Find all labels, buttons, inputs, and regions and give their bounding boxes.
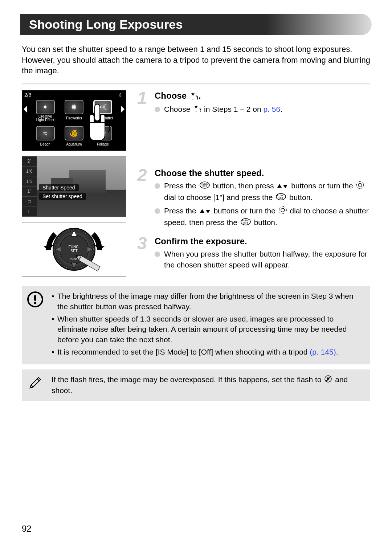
step-bullet-list: Press the FUNC.SET button, then press bu… (155, 180, 370, 229)
intro-paragraph: You can set the shutter speed to a range… (22, 44, 370, 76)
svg-rect-42 (37, 377, 41, 381)
step-content: Choose ★.Choose ★ in Steps 1 – 2 on p. 5… (155, 91, 370, 117)
star-moon-icon: ★ (190, 91, 198, 102)
svg-marker-30 (200, 209, 204, 213)
step-heading: Confirm the exposure. (155, 236, 370, 246)
step-heading: Choose ★. (155, 91, 370, 102)
svg-text:SET: SET (202, 185, 207, 188)
mode-tile-label: Beach (40, 140, 50, 148)
svg-marker-14 (94, 245, 105, 250)
dial-icon (278, 206, 287, 217)
tip-box: If the flash fires, the image may be ove… (22, 369, 370, 401)
svg-marker-13 (44, 245, 54, 250)
shutter-sidebar-item: 2" (22, 156, 37, 167)
svg-point-32 (279, 207, 286, 214)
svg-point-25 (356, 181, 364, 189)
page-link[interactable]: (p. 145) (310, 348, 336, 356)
step-content: Choose the shutter speed.Press the FUNC.… (155, 168, 370, 231)
svg-text:SET: SET (278, 197, 283, 199)
star-moon-icon: ★ (193, 104, 201, 115)
svg-text:FUNC.: FUNC. (201, 183, 208, 185)
page-number: 92 (22, 524, 32, 534)
page-link[interactable]: p. 56 (264, 105, 281, 113)
step-bullet: Choose ★ in Steps 1 – 2 on p. 56. (155, 104, 370, 115)
mode-tile-glyph: 🐠 (65, 126, 83, 140)
section-title-bar: Shooting Long Exposures (20, 14, 372, 35)
func-set-icon: FUNC.SET (199, 181, 210, 192)
divider (22, 83, 370, 85)
caution-list: The brightness of the image may differ f… (52, 291, 364, 357)
dial-icon (356, 181, 364, 192)
left-arrow-icon (24, 106, 27, 113)
svg-point-26 (358, 183, 362, 187)
mode-tile-glyph: ✦☾ (93, 100, 112, 114)
svg-point-39 (34, 302, 36, 304)
mode-tile-glyph: ❀ (93, 126, 112, 140)
shutter-sidebar-item: 1"6 (22, 167, 37, 177)
body-columns: 2/3 ☾ ✦Creative Light Effect✺Fireworks✦☾… (22, 90, 370, 278)
step: 3Confirm the exposure.When you press the… (137, 236, 370, 272)
mode-tile-glyph: ≈ (36, 126, 55, 140)
svg-marker-31 (206, 210, 210, 213)
camera-lcd-mode-menu: 2/3 ☾ ✦Creative Light Effect✺Fireworks✦☾… (22, 90, 126, 151)
dial-icon: FUNC. SET DISP. (38, 224, 110, 275)
svg-marker-23 (277, 184, 282, 188)
shutter-value-sidebar: 2"1"61"31"□L (22, 156, 37, 217)
mode-tile: ✦Creative Light Effect (32, 98, 59, 122)
step-number: 3 (137, 236, 151, 272)
caution-item: It is recommended to set the [IS Mode] t… (52, 347, 364, 357)
mode-tile-label: Fireworks (66, 114, 82, 122)
svg-text:DISP.: DISP. (70, 258, 78, 261)
control-dial-illustration: FUNC. SET DISP. (22, 222, 126, 277)
mode-tile-grid: ✦Creative Light Effect✺Fireworks✦☾Long S… (32, 98, 117, 148)
step-bullet: Press the buttons or turn the dial to ch… (155, 205, 370, 228)
steps-column: 1Choose ★.Choose ★ in Steps 1 – 2 on p. … (137, 90, 370, 278)
shutter-sidebar-item: □ (22, 197, 37, 207)
step-bullet-list: Choose ★ in Steps 1 – 2 on p. 56. (155, 104, 370, 115)
mode-tile-label: Foliage (97, 140, 109, 148)
step: 1Choose ★.Choose ★ in Steps 1 – 2 on p. … (137, 91, 370, 117)
step: 2Choose the shutter speed.Press the FUNC… (137, 168, 370, 231)
mode-tile-label: Creative Light Effect (36, 114, 54, 122)
svg-marker-41 (29, 385, 33, 389)
shutter-sidebar-item: 1"3 (22, 176, 37, 187)
mode-tile-label: Long Shutter (93, 114, 113, 122)
svg-marker-24 (283, 185, 287, 188)
shutter-label-1: Shutter Speed (39, 184, 79, 191)
caution-box: The brightness of the image may differ f… (22, 286, 370, 364)
shutter-label-2: Set shutter speed (39, 193, 86, 200)
pager-text: 2/3 (24, 92, 31, 98)
caution-item: The brightness of the image may differ f… (52, 291, 364, 312)
step-bullet: When you press the shutter button halfwa… (155, 249, 370, 270)
svg-text:FUNC.: FUNC. (277, 194, 285, 197)
func-set-icon: FUNC.SET (275, 193, 286, 203)
step-number: 2 (137, 167, 151, 231)
caution-item: When shutter speeds of 1.3 seconds or sl… (52, 314, 364, 345)
svg-text:★: ★ (194, 104, 198, 109)
tip-text: If the flash fires, the image may be ove… (52, 375, 364, 396)
pencil-note-icon (27, 375, 44, 391)
section-title: Shooting Long Exposures (29, 17, 183, 31)
mode-tile-glyph: ✺ (65, 100, 83, 114)
mode-tile-glyph: ✦ (36, 100, 55, 114)
mode-tile: ✺Fireworks (60, 98, 87, 122)
mode-tile: ✦☾Long Shutter (89, 98, 117, 122)
svg-text:SET: SET (243, 222, 248, 224)
flash-off-icon (324, 375, 332, 385)
shutter-sidebar-item: L (22, 207, 37, 217)
svg-text:★: ★ (191, 91, 195, 97)
svg-rect-38 (34, 295, 36, 301)
caution-icon (27, 291, 44, 308)
step-heading: Choose the shutter speed. (155, 168, 370, 178)
mode-tile: ❀Foliage (89, 124, 117, 148)
svg-text:FUNC.: FUNC. (69, 245, 80, 249)
mode-tile: ≈Beach (32, 124, 59, 148)
right-arrow-icon (121, 106, 124, 113)
up-down-icon (277, 181, 288, 192)
step-bullet: Press the FUNC.SET button, then press bu… (155, 180, 370, 203)
camera-lcd-shutter-speed: 2"1"61"31"□L Shutter Speed Set shutter s… (22, 156, 126, 217)
step-content: Confirm the exposure.When you press the … (155, 236, 370, 272)
up-down-icon (199, 206, 211, 217)
svg-text:SET: SET (70, 249, 77, 253)
svg-point-33 (281, 208, 285, 212)
